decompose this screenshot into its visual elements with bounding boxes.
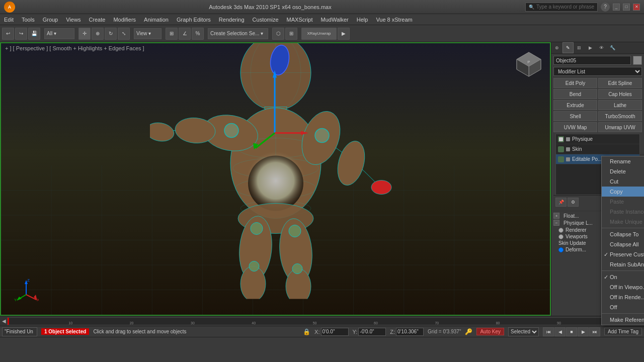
add-time-tag-button[interactable]: Add Time Tag	[604, 328, 642, 335]
playback-pin-button[interactable]: 📌	[555, 198, 567, 207]
ctx-preserve-cust[interactable]: Preserve Cust...	[602, 249, 644, 259]
menu-maxscript[interactable]: MAXScript	[283, 14, 317, 25]
scale-tool[interactable]: ⤡	[118, 28, 130, 40]
panel-tab-display[interactable]: 👁	[596, 42, 607, 53]
svg-point-46	[251, 223, 263, 235]
mirror-tool[interactable]: ⬡	[272, 28, 284, 40]
collapse-physique-button[interactable]: −	[553, 220, 559, 226]
ctx-collapse-all[interactable]: Collapse All	[602, 239, 644, 249]
playback-settings-button[interactable]: ⚙	[568, 198, 579, 207]
nav-cube[interactable]: P	[513, 48, 545, 80]
ctx-on[interactable]: On	[602, 272, 644, 282]
select-filter-dropdown[interactable]: All ▾	[44, 28, 74, 39]
menu-mudwalker[interactable]: MudWalker	[317, 14, 353, 25]
menu-edit[interactable]: Edit	[0, 14, 18, 25]
save-button[interactable]: 💾	[28, 28, 40, 40]
next-frame-button[interactable]: ⏭	[589, 327, 600, 336]
edit-spline-button[interactable]: Edit Spline	[598, 78, 642, 88]
close-button[interactable]: ✕	[633, 4, 640, 11]
menu-tools[interactable]: Tools	[18, 14, 39, 25]
lathe-button[interactable]: Lathe	[598, 100, 642, 110]
ctx-paste-instance[interactable]: Paste Instance	[602, 207, 644, 217]
auto-key-button[interactable]: Auto Key	[476, 328, 504, 335]
svg-text:Z: Z	[27, 278, 30, 283]
lock-icon[interactable]: 🔒	[303, 328, 310, 335]
undo-button[interactable]: ↩	[2, 28, 14, 40]
stop-button[interactable]: ■	[566, 327, 577, 336]
ctx-off-viewport[interactable]: Off in Viewpo...	[602, 282, 644, 292]
collapse-float-button[interactable]: +	[553, 213, 559, 219]
ctx-copy[interactable]: Copy	[602, 187, 644, 197]
x-input[interactable]	[321, 328, 349, 336]
menu-animation[interactable]: Animation	[140, 14, 173, 25]
xray-unwrap[interactable]: XRayUnwrap	[301, 28, 337, 40]
move-tool[interactable]: ⊕	[92, 28, 104, 40]
stack-item-physique[interactable]: Physique	[556, 134, 639, 144]
ctx-retain-subani[interactable]: Retain SubAni...	[602, 259, 644, 269]
menu-create[interactable]: Create	[85, 14, 109, 25]
reference-dropdown[interactable]: View ▾	[134, 28, 162, 39]
maximize-button[interactable]: □	[623, 4, 630, 11]
extrude-button[interactable]: Extrude	[553, 100, 597, 110]
select-tool[interactable]: ✛	[78, 28, 91, 40]
z-input[interactable]	[396, 328, 424, 336]
play-backward-button[interactable]: ◀	[554, 327, 566, 336]
ctx-rename[interactable]: Rename	[602, 156, 644, 166]
array-tool[interactable]: ⊞	[285, 28, 297, 40]
turbosmooth-button[interactable]: TurboSmooth	[598, 111, 642, 121]
ctx-off-render[interactable]: Off in Rende...	[602, 292, 644, 302]
bend-button[interactable]: Bend	[553, 89, 597, 99]
stack-item-skin[interactable]: Skin	[556, 144, 639, 154]
help-icon[interactable]: ?	[601, 3, 610, 12]
menu-rendering[interactable]: Rendering	[215, 14, 249, 25]
menu-modifiers[interactable]: Modifiers	[109, 14, 140, 25]
ctx-paste[interactable]: Paste	[602, 197, 644, 207]
object-name-input[interactable]	[553, 56, 631, 65]
modifier-buttons: Edit Poly Edit Spline Bend Cap Holes Ext…	[553, 78, 642, 132]
panel-tab-create[interactable]: ⊕	[551, 42, 562, 53]
shell-button[interactable]: Shell	[553, 111, 597, 121]
selection-set[interactable]: Create Selection Se... ▾	[208, 28, 268, 39]
menu-vue[interactable]: Vue 8 xStream	[372, 14, 416, 25]
modifier-list-dropdown[interactable]: Modifier List	[553, 67, 642, 76]
ctx-delete[interactable]: Delete	[602, 166, 644, 176]
selected-mode-dropdown[interactable]: Selected	[508, 327, 539, 336]
rotate-tool[interactable]: ↻	[105, 28, 117, 40]
search-input-placeholder[interactable]: Type a keyword or phrase	[536, 4, 594, 10]
ctx-make-reference[interactable]: Make Referen...	[602, 315, 644, 325]
angle-snap[interactable]: ∠	[179, 28, 191, 40]
y-input[interactable]	[358, 328, 386, 336]
edit-poly-button[interactable]: Edit Poly	[553, 78, 597, 88]
cap-holes-button[interactable]: Cap Holes	[598, 89, 642, 99]
viewport-label: Viewports	[566, 234, 588, 239]
timeline-left-arrow[interactable]: ◀	[2, 318, 6, 324]
play-forward-button[interactable]: ▶	[578, 327, 589, 336]
prev-frame-button[interactable]: ⏮	[543, 327, 554, 336]
redo-button[interactable]: ↪	[15, 28, 27, 40]
panel-tab-modify[interactable]: ✎	[562, 42, 574, 53]
ctx-collapse-to[interactable]: Collapse To	[602, 229, 644, 239]
bottom-area: ◀ 10 20 30 40 50 60 70 80 90 100 ▶ 0 / 1…	[0, 316, 644, 346]
menu-graph-editors[interactable]: Graph Editors	[173, 14, 215, 25]
object-color-swatch[interactable]	[633, 56, 642, 65]
panel-tab-hierarchy[interactable]: ⊞	[574, 42, 585, 53]
ctx-cut[interactable]: Cut	[602, 176, 644, 187]
unwrap-uvw-button[interactable]: Unwrap UVW	[598, 122, 642, 132]
coord-z: Z:	[390, 328, 424, 336]
ctx-off[interactable]: Off	[602, 302, 644, 312]
menu-customize[interactable]: Customize	[249, 14, 283, 25]
snap-toggle[interactable]: ⊞	[166, 28, 178, 40]
ctx-make-unique[interactable]: Make Unique	[602, 217, 644, 227]
panel-tab-motion[interactable]: ▶	[585, 42, 596, 53]
panel-tab-utility[interactable]: 🔧	[607, 42, 618, 53]
percent-snap[interactable]: %	[192, 28, 204, 40]
menu-views[interactable]: Views	[62, 14, 85, 25]
uvw-map-button[interactable]: UVW Map	[553, 122, 597, 132]
menu-group[interactable]: Group	[39, 14, 62, 25]
menu-help[interactable]: Help	[353, 14, 372, 25]
minimize-button[interactable]: _	[613, 4, 620, 11]
main-area: + ] [ Perspective ] [ Smooth + Highlight…	[0, 42, 644, 316]
render-button[interactable]: ▶	[338, 28, 350, 40]
viewport[interactable]: + ] [ Perspective ] [ Smooth + Highlight…	[0, 42, 551, 316]
ctx-sep2	[602, 270, 644, 271]
